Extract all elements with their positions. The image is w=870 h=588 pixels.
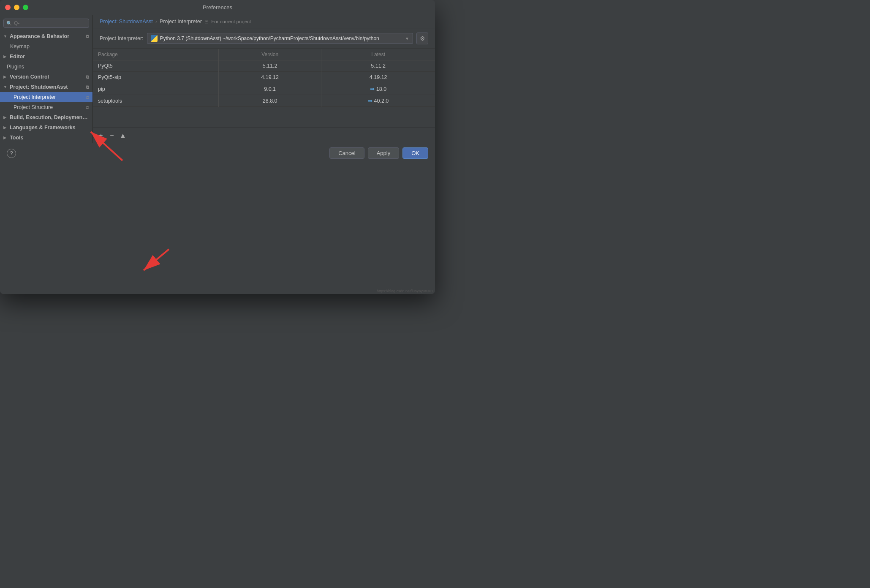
interpreter-selector[interactable]: Python 3.7 (ShutdownAsst) ~/workSpace/py… bbox=[147, 33, 413, 44]
window-controls bbox=[5, 5, 28, 10]
package-latest: 4.19.12 bbox=[321, 72, 435, 83]
python-icon bbox=[151, 35, 158, 42]
col-latest: Latest bbox=[321, 49, 435, 60]
package-version: 9.0.1 bbox=[218, 83, 321, 95]
package-name: PyQt5-sip bbox=[93, 72, 218, 83]
sidebar-item-tools[interactable]: Tools bbox=[0, 133, 92, 143]
packages-table: Package Version Latest PyQt55.11.25.11.2… bbox=[93, 49, 435, 107]
table-row[interactable]: PyQt55.11.25.11.2 bbox=[93, 60, 435, 72]
interpreter-value: Python 3.7 (ShutdownAsst) ~/workSpace/py… bbox=[160, 35, 379, 41]
sidebar-item-plugins[interactable]: Plugins bbox=[0, 62, 92, 72]
package-latest: 5.11.2 bbox=[321, 60, 435, 72]
upgrade-package-button[interactable]: ▲ bbox=[118, 131, 128, 140]
copy-icon: ⧉ bbox=[86, 74, 89, 80]
content-area: Project: ShutdownAsst › Project Interpre… bbox=[93, 15, 435, 143]
package-name: pip bbox=[93, 83, 218, 95]
chevron-icon bbox=[3, 136, 8, 140]
chevron-icon bbox=[3, 85, 8, 89]
sidebar-item-label: Tools bbox=[10, 135, 23, 141]
chevron-icon bbox=[3, 54, 8, 59]
search-input[interactable] bbox=[14, 20, 86, 26]
remove-package-button[interactable]: − bbox=[107, 131, 117, 140]
svg-line-3 bbox=[144, 249, 169, 270]
search-box[interactable]: 🔍 bbox=[3, 19, 89, 28]
help-button[interactable]: ? bbox=[7, 149, 16, 158]
table-row[interactable]: setuptools28.8.0➡ 40.2.0 bbox=[93, 95, 435, 107]
maximize-button[interactable] bbox=[23, 5, 28, 10]
sidebar-item-label: Project Structure bbox=[14, 104, 53, 110]
sidebar-item-label: Project: ShutdownAsst bbox=[10, 84, 68, 90]
sidebar-item-label: Languages & Frameworks bbox=[10, 125, 76, 131]
sidebar-item-version-control[interactable]: Version Control ⧉ bbox=[0, 72, 92, 82]
sidebar-item-label: Project Interpreter bbox=[14, 94, 56, 100]
chevron-icon bbox=[3, 125, 8, 130]
package-latest: ➡ 18.0 bbox=[321, 83, 435, 95]
package-name: PyQt5 bbox=[93, 60, 218, 72]
breadcrumb-current: Project Interpreter bbox=[160, 19, 202, 24]
copy-icon: ⧉ bbox=[86, 84, 89, 90]
cancel-button[interactable]: Cancel bbox=[329, 147, 364, 159]
sidebar-item-label: Plugins bbox=[7, 64, 24, 70]
copy-icon: ⧉ bbox=[86, 34, 89, 39]
bottom-toolbar: + − ▲ bbox=[93, 128, 435, 143]
packages-area: Package Version Latest PyQt55.11.25.11.2… bbox=[93, 49, 435, 128]
chevron-icon bbox=[3, 115, 8, 120]
breadcrumb-note: ⊟ For current project bbox=[204, 19, 251, 24]
gear-button[interactable]: ⚙ bbox=[416, 33, 428, 44]
breadcrumb-project[interactable]: Project: ShutdownAsst bbox=[100, 19, 153, 24]
add-package-button[interactable]: + bbox=[96, 131, 106, 140]
title-bar: Preferences bbox=[0, 0, 435, 15]
sidebar-item-project-shutdownasst[interactable]: Project: ShutdownAsst ⧉ bbox=[0, 82, 92, 92]
footer-right: Cancel Apply OK bbox=[329, 147, 428, 159]
close-button[interactable] bbox=[5, 5, 11, 10]
table-row[interactable]: pip9.0.1➡ 18.0 bbox=[93, 83, 435, 95]
package-name: setuptools bbox=[93, 95, 218, 107]
package-latest: ➡ 40.2.0 bbox=[321, 95, 435, 107]
copy-icon: ⧉ bbox=[86, 105, 89, 110]
table-row[interactable]: PyQt5-sip4.19.124.19.12 bbox=[93, 72, 435, 83]
footer: ? Cancel Apply OK bbox=[0, 143, 435, 163]
minimize-button[interactable] bbox=[14, 5, 19, 10]
interpreter-row: Project Interpreter: Python 3.7 (Shutdow… bbox=[93, 28, 435, 49]
col-package: Package bbox=[93, 49, 218, 60]
sidebar-item-label: Editor bbox=[10, 54, 25, 60]
sidebar-item-label: Build, Execution, Deploymen… bbox=[10, 114, 88, 120]
sidebar-item-editor[interactable]: Editor bbox=[0, 52, 92, 62]
sidebar-item-label: Keymap bbox=[10, 44, 30, 49]
package-version: 5.11.2 bbox=[218, 60, 321, 72]
chevron-icon bbox=[3, 75, 8, 79]
sidebar-item-languages-frameworks[interactable]: Languages & Frameworks bbox=[0, 122, 92, 133]
sidebar-item-project-interpreter[interactable]: Project Interpreter ⧉ bbox=[0, 92, 92, 102]
chevron-icon bbox=[3, 34, 8, 38]
sidebar-item-project-structure[interactable]: Project Structure ⧉ bbox=[0, 102, 92, 112]
sidebar-item-build-execution[interactable]: Build, Execution, Deploymen… bbox=[0, 112, 92, 122]
interpreter-select-text: Python 3.7 (ShutdownAsst) ~/workSpace/py… bbox=[151, 35, 379, 42]
sidebar: 🔍 Appearance & Behavior ⧉ Keymap Editor … bbox=[0, 15, 93, 143]
sidebar-item-label: Appearance & Behavior bbox=[10, 33, 69, 39]
sidebar-item-keymap[interactable]: Keymap bbox=[0, 41, 92, 52]
search-icon: 🔍 bbox=[6, 21, 12, 26]
chevron-down-icon: ▼ bbox=[405, 36, 409, 41]
sidebar-item-appearance-behavior[interactable]: Appearance & Behavior ⧉ bbox=[0, 31, 92, 41]
footer-left: ? bbox=[7, 149, 16, 158]
copy-icon: ⧉ bbox=[86, 95, 89, 100]
sidebar-item-label: Version Control bbox=[10, 74, 49, 80]
package-version: 28.8.0 bbox=[218, 95, 321, 107]
apply-button[interactable]: Apply bbox=[368, 147, 400, 159]
window-title: Preferences bbox=[203, 4, 232, 11]
breadcrumb-separator: › bbox=[155, 19, 157, 24]
package-version: 4.19.12 bbox=[218, 72, 321, 83]
interpreter-label: Project Interpreter: bbox=[100, 35, 144, 41]
watermark: https://blog.csdn.net/luoyayun361 bbox=[377, 289, 433, 293]
col-version: Version bbox=[218, 49, 321, 60]
ok-button[interactable]: OK bbox=[402, 147, 428, 159]
breadcrumb: Project: ShutdownAsst › Project Interpre… bbox=[93, 15, 435, 28]
